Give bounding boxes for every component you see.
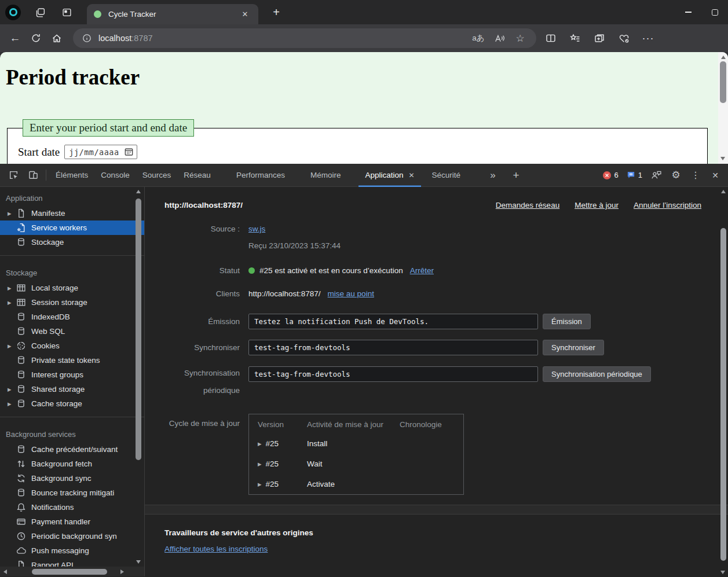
show-all-registrations-link[interactable]: Afficher toutes les inscriptions: [164, 545, 268, 553]
sidebar-item-cache-storage[interactable]: ▶ Cache storage: [0, 396, 144, 411]
minimize-button[interactable]: [675, 0, 701, 24]
home-button[interactable]: [46, 28, 67, 49]
edge-logo-icon[interactable]: [5, 5, 21, 20]
tab-memory[interactable]: Mémoire: [304, 164, 347, 187]
sidebar-item-session-storage[interactable]: ▶ Session storage: [0, 295, 144, 310]
tab-close-icon[interactable]: ✕: [239, 8, 251, 21]
gear-icon[interactable]: ⚙: [667, 164, 685, 187]
scroll-up-arrow[interactable]: [721, 190, 726, 193]
stop-link[interactable]: Arrêter: [410, 266, 434, 275]
back-button[interactable]: ←: [5, 28, 25, 49]
sidebar-item-periodic-background-sync[interactable]: Periodic background syn: [0, 529, 144, 543]
focus-link[interactable]: mise au point: [328, 289, 374, 298]
expander-icon[interactable]: ▶: [8, 285, 16, 291]
collections-icon[interactable]: [587, 28, 612, 49]
calendar-icon[interactable]: [124, 147, 134, 157]
browser-essentials-icon[interactable]: [612, 28, 636, 49]
tab-application-close-icon[interactable]: ✕: [409, 171, 415, 179]
browser-tab[interactable]: Cycle Tracker ✕: [87, 4, 258, 24]
table-row[interactable]: ▶#25 Activate: [249, 474, 463, 494]
tab-security[interactable]: Sécurité: [426, 164, 467, 187]
sidebar-item-web-sql[interactable]: Web SQL: [0, 324, 144, 339]
feedback-icon[interactable]: [647, 164, 665, 187]
error-badge[interactable]: 6: [599, 171, 622, 180]
expander-icon[interactable]: ▶: [258, 482, 262, 487]
sidebar-item-background-sync[interactable]: Background sync: [0, 471, 144, 486]
scroll-right-arrow[interactable]: [120, 569, 124, 574]
devtools-close-icon[interactable]: ✕: [706, 164, 725, 187]
issue-badge[interactable]: 1: [623, 171, 646, 179]
unregister-link[interactable]: Annuler l’inscription: [634, 201, 701, 210]
kebab-menu-icon[interactable]: ⋮: [686, 164, 705, 187]
sidebar-item-payment-handler[interactable]: Payment handler: [0, 514, 144, 529]
sidebar-item-private-state-tokens[interactable]: Private state tokens: [0, 353, 144, 367]
expander-icon[interactable]: ▶: [8, 387, 16, 392]
scroll-down-arrow[interactable]: [136, 560, 141, 564]
refresh-button[interactable]: [25, 28, 46, 49]
scrollbar-thumb[interactable]: [32, 569, 107, 575]
sidebar-item-stockage[interactable]: Stockage: [0, 235, 144, 249]
table-row[interactable]: ▶#25 Install: [249, 433, 463, 454]
scrollbar-thumb[interactable]: [720, 228, 726, 561]
sidebar-item-manifeste[interactable]: ▶ Manifeste: [0, 206, 144, 220]
sidebar-item-interest-groups[interactable]: Interest groups: [0, 367, 144, 382]
maximize-button[interactable]: [701, 0, 728, 24]
workspaces-icon[interactable]: [30, 2, 50, 22]
sidebar-horizontal-scrollbar[interactable]: [0, 567, 144, 576]
sidebar-item-push-messaging[interactable]: Push messaging: [0, 543, 144, 558]
address-bar[interactable]: localhost:8787 aあ ☆: [73, 28, 536, 48]
inspect-element-icon[interactable]: [3, 164, 23, 187]
page-scrollbar[interactable]: [718, 52, 728, 164]
push-button[interactable]: Émission: [543, 314, 591, 329]
expander-icon[interactable]: ▶: [8, 211, 16, 216]
tab-elements[interactable]: Éléments: [49, 164, 94, 187]
favorites-hub-icon[interactable]: [563, 28, 587, 49]
more-tabs-icon[interactable]: »: [483, 164, 503, 187]
expander-icon[interactable]: ▶: [258, 461, 262, 467]
scroll-down-arrow[interactable]: [720, 157, 725, 160]
table-row[interactable]: ▶#25 Wait: [249, 454, 463, 474]
tab-performance[interactable]: Performances: [230, 164, 291, 187]
sync-input[interactable]: [248, 340, 538, 355]
scrollbar-thumb[interactable]: [136, 199, 141, 460]
expander-icon[interactable]: ▶: [8, 343, 16, 349]
sidebar-item-service-workers[interactable]: Service workers: [0, 220, 144, 235]
periodic-sync-button[interactable]: Synchronisation périodique: [543, 366, 651, 382]
new-tab-button[interactable]: +: [268, 3, 285, 21]
sidebar-item-cookies[interactable]: ▶ Cookies: [0, 339, 144, 353]
settings-more-icon[interactable]: ···: [636, 28, 660, 49]
device-toolbar-icon[interactable]: [23, 164, 43, 187]
expander-icon[interactable]: ▶: [258, 441, 262, 447]
sidebar-item-back-forward-cache[interactable]: Cache précédent/suivant: [0, 442, 144, 457]
expander-icon[interactable]: ▶: [8, 300, 16, 306]
sidebar-vertical-scrollbar[interactable]: [134, 187, 142, 567]
sidebar-item-shared-storage[interactable]: ▶ Shared storage: [0, 382, 144, 396]
expander-icon[interactable]: ▶: [8, 401, 16, 407]
update-link[interactable]: Mettre à jour: [575, 201, 619, 210]
source-file-link[interactable]: sw.js: [248, 225, 265, 233]
push-input[interactable]: [248, 314, 538, 329]
sidebar-item-background-fetch[interactable]: Background fetch: [0, 457, 144, 471]
periodic-sync-input[interactable]: [248, 366, 538, 382]
favorite-star-icon[interactable]: ☆: [510, 30, 531, 47]
tab-sources[interactable]: Sources: [136, 164, 178, 187]
network-requests-link[interactable]: Demandes réseau: [496, 201, 559, 210]
read-aloud-icon[interactable]: [489, 30, 510, 47]
tab-network[interactable]: Réseau: [177, 164, 217, 187]
main-vertical-scrollbar[interactable]: [719, 187, 727, 576]
scroll-up-arrow[interactable]: [721, 56, 726, 59]
sidebar-item-bounce-tracking[interactable]: Bounce tracking mitigati: [0, 486, 144, 500]
tab-actions-icon[interactable]: [57, 2, 76, 22]
url-text[interactable]: localhost:8787: [98, 34, 468, 43]
sync-button[interactable]: Synchroniser: [543, 340, 604, 355]
scroll-up-arrow[interactable]: [136, 190, 141, 193]
split-screen-icon[interactable]: [539, 28, 563, 49]
sidebar-item-local-storage[interactable]: ▶ Local storage: [0, 281, 144, 295]
sidebar-item-indexeddb[interactable]: IndexedDB: [0, 310, 144, 324]
tab-application[interactable]: Application ✕: [358, 164, 420, 187]
tab-console[interactable]: Console: [94, 164, 136, 187]
site-info-icon[interactable]: [82, 34, 92, 43]
translate-icon[interactable]: aあ: [468, 30, 489, 47]
add-devtools-tab-icon[interactable]: +: [506, 164, 526, 187]
scrollbar-thumb[interactable]: [720, 61, 726, 103]
